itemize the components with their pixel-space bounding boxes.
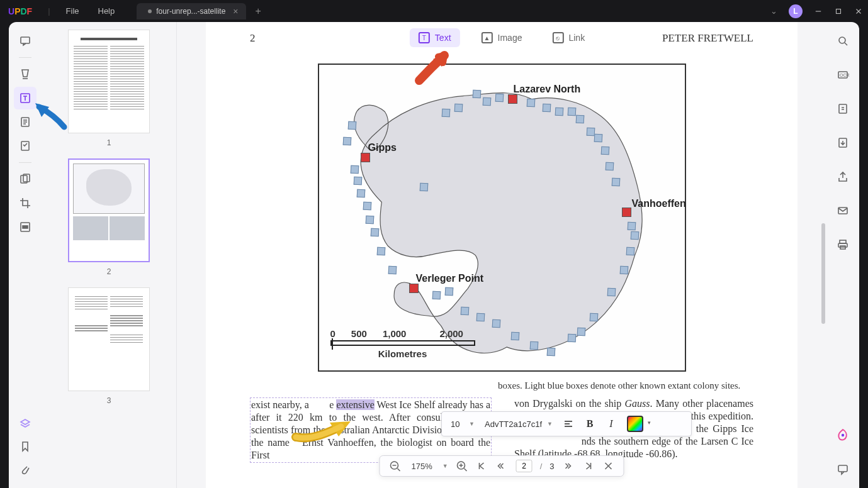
font-size-dropdown[interactable]: 10 ▼ [447, 415, 478, 433]
font-family-dropdown[interactable]: AdvTT2a1c7c1f ▼ [481, 415, 556, 433]
map-marker-vanhoeffen [622, 208, 631, 217]
annotation-arrow-yellow [291, 415, 354, 446]
last-page-button[interactable] [582, 460, 595, 472]
thumbnail-page-1[interactable] [68, 30, 150, 133]
next-page-button[interactable] [562, 460, 575, 472]
bookmark-icon[interactable] [14, 435, 37, 458]
svg-rect-41 [838, 465, 847, 472]
edit-tab-label: Image [498, 33, 522, 43]
minimize-button[interactable] [814, 7, 823, 16]
annotation-arrow-blue [33, 101, 69, 132]
menu-file[interactable]: File [66, 6, 79, 16]
align-button[interactable] [559, 415, 578, 433]
search-icon[interactable] [831, 30, 854, 52]
email-icon[interactable] [831, 199, 854, 222]
page-number: 2 [250, 32, 256, 45]
text-format-toolbar: 10 ▼ AdvTT2a1c7c1f ▼ B I [441, 411, 692, 436]
close-window-button[interactable] [854, 7, 863, 16]
layers-icon[interactable] [14, 413, 37, 435]
close-toolbar-button[interactable] [602, 460, 615, 472]
map-marker-lazarev [508, 94, 517, 104]
svg-rect-38 [838, 243, 847, 247]
total-pages: 3 [550, 462, 554, 471]
figure-map: Lazarev North Gipps Vanhoeffen Verleger … [318, 64, 686, 372]
thumbnail-number: 3 [53, 396, 165, 405]
svg-rect-15 [23, 226, 28, 228]
separator [19, 57, 31, 58]
left-toolbar [9, 22, 42, 488]
organize-tool-icon[interactable] [14, 168, 37, 191]
svg-rect-34 [839, 104, 847, 113]
text-color-button[interactable] [627, 415, 643, 433]
bold-button[interactable]: B [580, 415, 599, 433]
thumbnail-panel: 1 2 3 [42, 22, 177, 488]
font-family-value: AdvTT2a1c7c1f [485, 419, 542, 429]
ocr-icon[interactable]: OCR [831, 64, 854, 86]
maximize-button[interactable] [834, 7, 843, 16]
attachment-icon[interactable] [14, 458, 37, 480]
close-icon[interactable]: × [233, 6, 238, 16]
thumbnail-number: 2 [53, 267, 165, 276]
map-label-vanhoeffen: Vanhoeffen [632, 198, 686, 209]
document-tab[interactable]: four-unrep...-satellite × [137, 3, 245, 19]
edit-tab-label: Text [435, 33, 451, 43]
ai-icon[interactable] [831, 424, 854, 446]
avatar[interactable]: L [789, 4, 803, 18]
print-icon[interactable] [831, 233, 854, 256]
svg-rect-36 [838, 208, 847, 214]
map-label-lazarev: Lazarev North [514, 84, 581, 95]
redact-tool-icon[interactable] [14, 216, 37, 238]
svg-line-20 [397, 469, 400, 471]
first-page-button[interactable] [476, 460, 488, 472]
divider: | [48, 6, 50, 16]
form-tool-icon[interactable] [14, 135, 37, 157]
menu-help[interactable]: Help [98, 6, 115, 16]
italic-button[interactable]: I [602, 415, 621, 433]
color-swatch-icon [627, 416, 643, 432]
chevron-down-icon: ▼ [469, 421, 475, 427]
text-icon: T [419, 32, 430, 43]
figure-caption: boxes. Light blue boxes denote other kno… [498, 380, 753, 391]
tab-modified-dot [148, 9, 152, 13]
separator [19, 162, 31, 163]
zoom-level[interactable]: 175% [409, 462, 434, 471]
selected-text[interactable]: extensive [336, 399, 374, 410]
zoom-in-button[interactable] [456, 460, 468, 472]
chevron-down-icon[interactable]: ⌄ [770, 6, 777, 16]
highlight-tool-icon[interactable] [14, 63, 37, 86]
app-logo: UPDF [8, 6, 32, 16]
annotation-arrow-red [414, 50, 452, 85]
edit-tab-text[interactable]: T Text [410, 28, 460, 47]
right-toolbar: OCR [826, 22, 859, 488]
svg-point-30 [839, 37, 845, 43]
map-label-gipps: Gipps [368, 142, 397, 153]
page-author: PETER FRETWELL [662, 32, 753, 45]
tab-title: four-unrep...-satellite [156, 7, 225, 16]
zoom-out-button[interactable] [388, 460, 401, 472]
map-label-verleger: Verleger Point [416, 273, 484, 284]
edit-tab-image[interactable]: ▲ Image [473, 28, 531, 47]
thumbnail-page-3[interactable] [68, 287, 150, 391]
chat-icon[interactable] [831, 458, 854, 480]
edit-tab-link[interactable]: ⎋ Link [543, 28, 594, 47]
edit-mode-tabs: T Text ▲ Image ⎋ Link [410, 28, 594, 47]
svg-text:OCR: OCR [840, 73, 849, 77]
document-viewport[interactable]: T Text ▲ Image ⎋ Link 2 PETER FRETWELL [177, 22, 826, 488]
page-number-input[interactable] [516, 460, 533, 472]
map-marker-verleger [409, 284, 419, 293]
chevron-down-icon[interactable]: ▼ [442, 463, 448, 469]
thumbnail-page-2[interactable] [68, 158, 150, 262]
share-icon[interactable] [831, 165, 854, 188]
add-tab-button[interactable]: + [256, 6, 261, 17]
bottom-toolbar: 175% ▼ / 3 [379, 455, 624, 477]
prev-page-button[interactable] [496, 460, 509, 472]
comment-tool-icon[interactable] [14, 30, 37, 52]
edit-tab-label: Link [568, 33, 585, 43]
svg-rect-4 [21, 37, 30, 43]
scrollbar[interactable] [821, 223, 825, 324]
compress-icon[interactable] [831, 97, 854, 120]
export-icon[interactable] [831, 131, 854, 154]
crop-tool-icon[interactable] [14, 192, 37, 214]
link-icon: ⎋ [552, 32, 563, 43]
svg-line-31 [845, 43, 847, 45]
